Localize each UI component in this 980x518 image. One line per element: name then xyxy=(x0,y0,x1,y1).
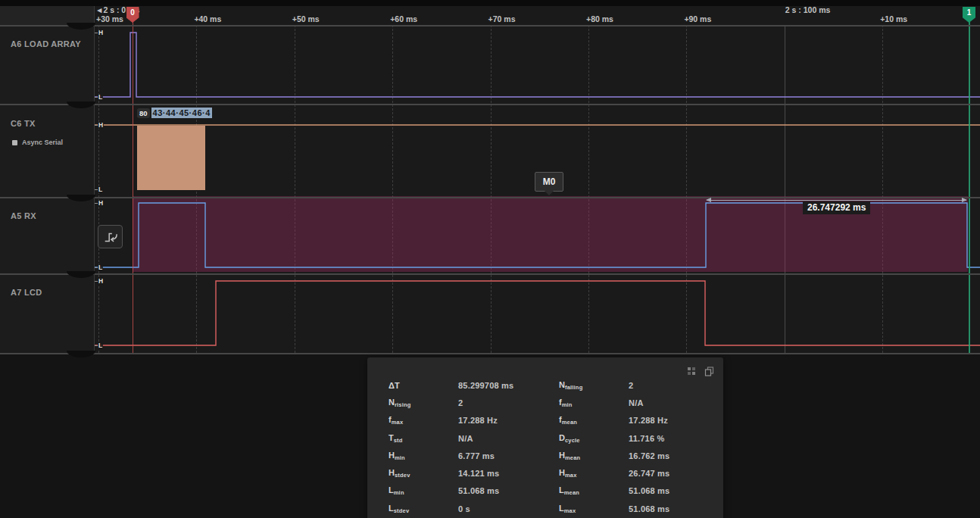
measurement-row: Hmin6.777 msHmean16.762 ms xyxy=(367,447,723,464)
measurement-value: 51.068 ms xyxy=(629,504,723,513)
analyzer-item[interactable]: Async Serial xyxy=(12,139,63,146)
measurement-value: 2 xyxy=(629,381,723,390)
ruler-tick-label: +50 ms xyxy=(292,14,320,23)
measurement-value: N/A xyxy=(629,398,723,407)
timing-marker-line-0 xyxy=(133,22,134,353)
level-label-low: L xyxy=(98,94,103,101)
row-divider xyxy=(0,273,980,275)
logic-analyzer-app: ◄2 s : 0 ms 2 s : 100 ms 80 43·44·45·46·… xyxy=(0,0,980,518)
measurement-label: Nfalling xyxy=(559,380,629,391)
measurement-details-panel: ΔT85.299708 msNfalling2Nrising2fminN/Afm… xyxy=(367,357,723,518)
measurement-row: ΔT85.299708 msNfalling2 xyxy=(367,376,723,394)
measurement-rows: ΔT85.299708 msNfalling2Nrising2fminN/Afm… xyxy=(367,376,723,517)
analyzer-label: Async Serial xyxy=(22,139,63,146)
measurement-label: fmin xyxy=(559,398,629,408)
level-label-high: H xyxy=(98,200,104,207)
ruler-tick-label: +90 ms xyxy=(684,14,711,23)
measurement-row: Hstdev14.121 msHmax26.747 ms xyxy=(367,464,723,482)
gridline xyxy=(882,25,883,353)
serial-annotation: 80 43·44·45·46·4 xyxy=(137,107,212,119)
measurement-label: Dcycle xyxy=(559,433,629,444)
channel-name: C6 TX xyxy=(11,119,36,128)
top-strip xyxy=(0,0,980,6)
measurement-value: N/A xyxy=(458,434,559,443)
measurement-value: 26.747 ms xyxy=(629,469,723,478)
ruler-tick-label: +30 ms xyxy=(96,14,123,23)
gridline-major xyxy=(785,25,785,353)
measurement-label: Lmax xyxy=(559,504,629,514)
row-divider xyxy=(0,25,980,27)
edge-arrow-icon xyxy=(102,229,119,245)
level-label-low: L xyxy=(98,264,103,271)
channel-row-a7-lcd[interactable]: A7 LCD xyxy=(0,274,94,353)
measurement-label: fmean xyxy=(559,415,629,426)
channel-row-a5-rx[interactable]: A5 RX xyxy=(0,198,94,272)
ruler-tick-label: +40 ms xyxy=(194,14,221,23)
measurement-marker-label[interactable]: M0 xyxy=(535,172,563,192)
level-label-high: H xyxy=(98,122,104,129)
gridline xyxy=(588,25,589,353)
measurement-label: fmax xyxy=(389,415,458,426)
row-divider xyxy=(0,197,980,198)
measurement-value: 6.777 ms xyxy=(458,451,559,460)
measurement-row: Nrising2fminN/A xyxy=(367,394,723,411)
ruler-tick-label: +70 ms xyxy=(488,14,516,23)
measurement-row: Lstdev0 sLmax51.068 ms xyxy=(367,500,723,517)
measurement-value: 0 s xyxy=(458,504,559,513)
measurement-value: 51.068 ms xyxy=(458,486,559,495)
sidebar-border xyxy=(94,6,95,353)
jump-to-edge-button[interactable] xyxy=(98,225,123,248)
measurement-row: Lmin51.068 msLmean51.068 ms xyxy=(367,482,723,500)
measurement-value: 51.068 ms xyxy=(629,486,723,495)
ruler-tick-label: +80 ms xyxy=(586,14,613,23)
measurement-value: 17.288 Hz xyxy=(629,416,723,425)
measurement-label: Tstd xyxy=(389,433,458,444)
measurement-label: Lstdev xyxy=(389,504,458,514)
channel-row-c6-tx[interactable]: C6 TXAsync Serial xyxy=(0,105,94,195)
measurement-row: TstdN/ADcycle11.716 % xyxy=(367,429,723,447)
channel-name: A5 RX xyxy=(11,211,36,220)
ruler-major-label: 2 s : 100 ms xyxy=(785,5,831,14)
measurement-grid-button[interactable] xyxy=(686,366,697,376)
channel-name: A7 LCD xyxy=(11,288,42,297)
measurement-label: Lmin xyxy=(389,485,458,496)
measurement-value: 2 xyxy=(458,398,559,407)
pulse-width-label: 26.747292 ms xyxy=(803,201,870,214)
pulse-width-arrow xyxy=(707,200,966,201)
serial-burst-block xyxy=(137,126,205,190)
timing-marker-line-1 xyxy=(969,22,970,353)
measurement-label: Lmean xyxy=(559,485,629,496)
measurement-label: ΔT xyxy=(389,381,458,390)
measurement-value: 11.716 % xyxy=(629,434,723,443)
measurement-label: Hmax xyxy=(559,468,629,479)
copy-measurements-button[interactable] xyxy=(704,366,714,376)
annotation-bytes-selected[interactable]: 43·44·45·46·4 xyxy=(151,108,212,118)
grid-icon xyxy=(687,367,696,376)
analyzer-icon xyxy=(12,140,17,145)
copy-icon xyxy=(704,367,714,376)
level-label-low: L xyxy=(98,342,103,349)
measurement-value: 14.121 ms xyxy=(458,469,559,478)
gridline xyxy=(295,25,295,353)
measurement-label: Nrising xyxy=(389,398,458,408)
gridline xyxy=(392,25,393,353)
measurement-label: Hmean xyxy=(559,451,629,461)
channel-name: A6 LOAD ARRAY xyxy=(11,39,81,48)
panel-toolbar xyxy=(686,366,714,376)
level-label-low: L xyxy=(98,186,103,193)
level-label-high: H xyxy=(98,30,104,36)
measurement-label: Hstdev xyxy=(389,468,458,479)
channel-row-a6-load-array[interactable]: A6 LOAD ARRAY xyxy=(0,26,94,103)
gridline xyxy=(686,25,687,353)
row-divider xyxy=(0,104,980,105)
annotation-frame-badge: 80 xyxy=(137,108,150,118)
ruler-tick-label: +60 ms xyxy=(390,14,417,23)
row-divider xyxy=(0,353,980,354)
measurement-row: fmax17.288 Hzfmean17.288 Hz xyxy=(367,412,723,429)
measurement-value: 16.762 ms xyxy=(629,451,723,460)
gridline xyxy=(491,25,492,353)
ruler-tick-label: +10 ms xyxy=(880,14,907,23)
measurement-value: 85.299708 ms xyxy=(458,381,559,390)
measurement-value: 17.288 Hz xyxy=(458,416,559,425)
measurement-label: Hmin xyxy=(389,451,458,461)
